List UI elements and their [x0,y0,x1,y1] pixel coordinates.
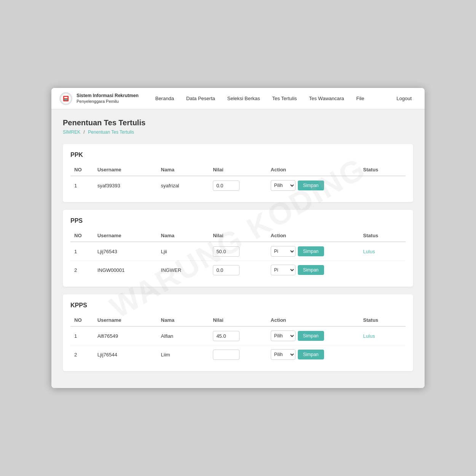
kpps-col-action: Action [267,314,359,326]
content-area: Penentuan Tes Tertulis SIMREK / Penentua… [51,109,425,388]
navbar: Sistem Informasi Rekrutmen Penyelenggara… [51,88,425,109]
kpps-title: KPPS [70,302,406,309]
ppk-row1-action-select[interactable]: Pilih Lulus Tidak Lulus [271,180,296,191]
pps-row1-status: Lulus [359,242,406,261]
pps-col-action: Action [267,230,359,242]
kpps-row2-status [359,345,406,364]
ppk-row1-action-cell: Pilih Lulus Tidak Lulus Simpan [267,176,359,195]
kpps-row2-action-cell: Pilih Lulus Tidak Lulus Simpan [267,345,359,364]
svg-rect-4 [64,99,68,100]
ppk-row1-simpan-button[interactable]: Simpan [298,180,324,190]
kpps-row1-action-cell: Pilih Lulus Tidak Lulus Simpan [267,326,359,345]
pps-col-nama: Nama [157,230,209,242]
main-window: Sistem Informasi Rekrutmen Penyelenggara… [51,88,425,388]
pps-col-status: Status [359,230,406,242]
navbar-nav: Beranda Data Peserta Seleksi Berkas Tes … [150,93,391,104]
kpps-col-nilai: Nilai [209,314,267,326]
ppk-col-no: NO [70,164,94,176]
pps-row2-nama: INGWER [157,261,209,280]
ppk-title: PPK [70,152,406,158]
breadcrumb-separator: / [83,129,85,135]
pps-card: PPS NO Username Nama Nilai Action Status… [63,210,413,287]
kpps-card: KPPS NO Username Nama Nilai Action Statu… [63,294,413,371]
navbar-brand: Sistem Informasi Rekrutmen Penyelenggara… [59,92,139,105]
pps-row1-action-select[interactable]: Pi Lulus Tidak Lulus [271,246,296,257]
ppk-row1-nilai-cell [209,176,267,195]
table-row: 2 INGW00001 INGWER Pi Lulus Tidak Lu [70,261,406,280]
kpps-row1-nama: Alfian [157,326,209,345]
nav-data-peserta[interactable]: Data Peserta [181,93,220,104]
pps-row2-action-select[interactable]: Pi Lulus Tidak Lulus [271,265,296,275]
kpps-row1-no: 1 [70,326,94,345]
pps-col-nilai: Nilai [209,230,267,242]
ppk-card: PPK NO Username Nama Nilai Action Status… [63,144,413,202]
nav-seleksi-berkas[interactable]: Seleksi Berkas [222,93,265,104]
navbar-title: Sistem Informasi Rekrutmen Penyelenggara… [77,93,139,104]
kpps-row2-nilai-input[interactable] [213,350,240,360]
pps-row1-no: 1 [70,242,94,261]
kpps-row2-nama: Liim [157,345,209,364]
nav-beranda[interactable]: Beranda [150,93,179,104]
svg-rect-2 [63,96,69,101]
kpps-row2-simpan-button[interactable]: Simpan [298,350,324,359]
ppk-col-nama: Nama [157,164,209,176]
pps-row1-username: Ljij76543 [94,242,157,261]
table-row: 1 Alfi76549 Alfian Pilih Lulus Tidak [70,326,406,345]
ppk-row1-status [359,176,406,195]
pps-title: PPS [70,217,406,224]
ppk-col-status: Status [359,164,406,176]
svg-rect-3 [64,97,68,98]
kpps-row2-no: 2 [70,345,94,364]
table-row: 1 syaf39393 syafrizal Pilih Lulus Ti [70,176,406,195]
kpps-table: NO Username Nama Nilai Action Status 1 A… [70,314,406,364]
app-logo [59,92,73,105]
page-title: Penentuan Tes Tertulis [63,118,413,127]
pps-row2-nilai-cell [209,261,267,280]
kpps-col-no: NO [70,314,94,326]
nav-file[interactable]: File [351,93,370,104]
pps-row1-simpan-button[interactable]: Simpan [298,246,324,256]
kpps-row1-status: Lulus [359,326,406,345]
kpps-row1-nilai-input[interactable] [213,331,240,341]
pps-row2-status [359,261,406,280]
pps-table: NO Username Nama Nilai Action Status 1 L… [70,230,406,279]
kpps-row1-nilai-cell [209,326,267,345]
pps-row1-nilai-input[interactable] [213,246,240,257]
ppk-col-action: Action [267,164,359,176]
kpps-row2-nilai-cell [209,345,267,364]
nav-tes-tertulis[interactable]: Tes Tertulis [267,93,302,104]
pps-col-username: Username [94,230,157,242]
pps-row2-action-cell: Pi Lulus Tidak Lulus Simpan [267,261,359,280]
pps-row2-nilai-input[interactable] [213,265,240,275]
breadcrumb-home[interactable]: SIMREK [63,129,80,135]
ppk-table: NO Username Nama Nilai Action Status 1 s… [70,164,406,195]
breadcrumb-current[interactable]: Penentuan Tes Tertulis [88,129,134,135]
kpps-col-status: Status [359,314,406,326]
kpps-row2-username: Ljij76544 [94,345,157,364]
pps-row2-simpan-button[interactable]: Simpan [298,265,324,275]
nav-tes-wawancara[interactable]: Tes Wawancara [304,93,350,104]
pps-row1-nama: Ljii [157,242,209,261]
table-row: 2 Ljij76544 Liim Pilih Lulus Tidak L [70,345,406,364]
kpps-row1-action-select[interactable]: Pilih Lulus Tidak Lulus [271,331,296,341]
kpps-col-username: Username [94,314,157,326]
ppk-row1-nama: syafrizal [157,176,209,195]
pps-col-no: NO [70,230,94,242]
table-row: 1 Ljij76543 Ljii Pi Lulus Tidak Lulu [70,242,406,261]
kpps-row1-username: Alfi76549 [94,326,157,345]
ppk-row1-username: syaf39393 [94,176,157,195]
ppk-col-username: Username [94,164,157,176]
kpps-row2-action-select[interactable]: Pilih Lulus Tidak Lulus [271,349,296,360]
ppk-row1-no: 1 [70,176,94,195]
ppk-col-nilai: Nilai [209,164,267,176]
ppk-row1-nilai-input[interactable] [213,180,240,191]
nav-logout[interactable]: Logout [391,93,417,104]
pps-row1-action-cell: Pi Lulus Tidak Lulus Simpan [267,242,359,261]
kpps-row1-simpan-button[interactable]: Simpan [298,331,324,341]
pps-row1-nilai-cell [209,242,267,261]
pps-row2-no: 2 [70,261,94,280]
pps-row2-username: INGW00001 [94,261,157,280]
breadcrumb: SIMREK / Penentuan Tes Tertulis [63,129,413,135]
kpps-col-nama: Nama [157,314,209,326]
